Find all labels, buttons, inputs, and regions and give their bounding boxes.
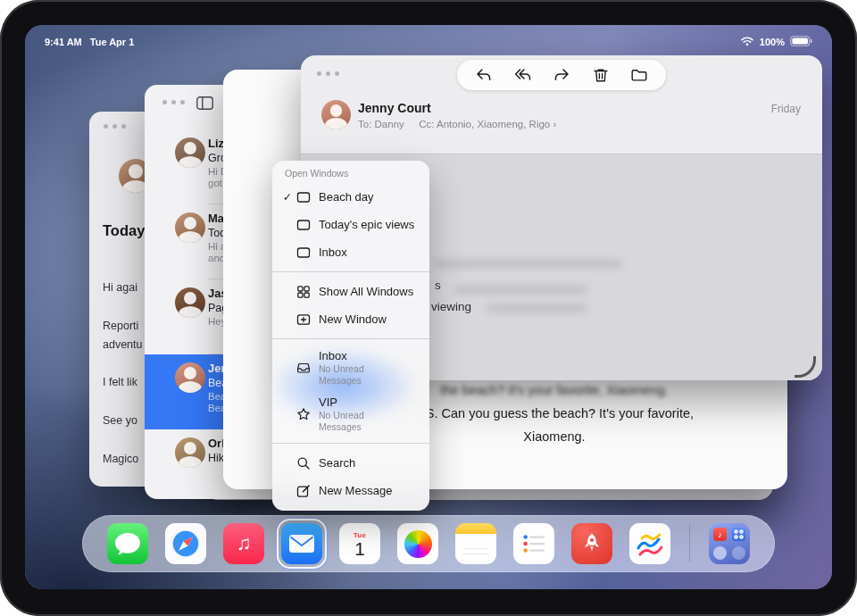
body-line: Reporti <box>103 320 138 332</box>
messages-app-icon[interactable] <box>107 523 148 564</box>
chevron-right-icon: › <box>553 119 556 129</box>
music-app-icon[interactable]: ♫ <box>223 523 264 564</box>
photos-app-icon[interactable] <box>397 523 438 564</box>
menu-item-label: Beach day <box>319 190 373 204</box>
ipad-device: 9:41 AM Tue Apr 1 100% Today Hi agai Rep… <box>0 0 857 616</box>
mini-circle-tile <box>732 546 745 560</box>
avatar <box>175 362 205 393</box>
menu-item-label: Show All Windows <box>319 285 413 298</box>
body-line: See yo <box>103 414 137 427</box>
window-icon <box>295 190 312 204</box>
reply-button[interactable] <box>473 65 495 85</box>
notes-app-icon[interactable] <box>455 523 496 564</box>
mini-music-tile: ♪ <box>713 528 727 541</box>
mail-app-icon[interactable] <box>281 523 322 564</box>
menu-item-label: VIP <box>319 395 397 409</box>
menu-item-label: Inbox <box>319 349 397 362</box>
menu-item-label: Today's epic views <box>319 218 414 231</box>
mini-circle-tile <box>713 546 727 560</box>
compose-icon <box>295 484 312 498</box>
reply-all-button[interactable] <box>512 65 534 85</box>
safari-app-icon[interactable] <box>165 523 206 564</box>
rocket-app-icon[interactable] <box>571 523 612 564</box>
window-controls-icon[interactable] <box>104 124 126 129</box>
menu-item-label: New Window <box>319 312 387 326</box>
wifi-icon <box>740 36 754 48</box>
avatar <box>175 212 205 243</box>
menu-item-new-window[interactable]: New Window <box>272 305 429 333</box>
dock: ♫ Tue 1 ♪ <box>82 515 775 572</box>
status-time: 9:41 AM <box>45 37 82 47</box>
music-note-icon: ♪ <box>718 530 722 539</box>
folder-button[interactable] <box>628 65 650 85</box>
app-library-icon[interactable]: ♪ <box>709 523 750 564</box>
screen: 9:41 AM Tue Apr 1 100% Today Hi agai Rep… <box>25 25 832 589</box>
message-recipients[interactable]: To: Danny Cc: Antonio, Xiaomeng, Rigo › <box>358 119 556 129</box>
avatar <box>175 137 205 168</box>
search-icon <box>295 456 312 470</box>
body-line: Hi agai <box>103 281 137 294</box>
trash-button[interactable] <box>590 65 612 85</box>
status-date: Tue Apr 1 <box>90 37 135 47</box>
forward-button[interactable] <box>551 65 572 85</box>
calendar-day: 1 <box>354 539 365 559</box>
menu-item-mailbox-inbox[interactable]: Inbox No Unread Messages <box>272 345 429 391</box>
to-label: To: <box>358 119 371 129</box>
menu-item-mailbox-vip[interactable]: VIP No Unread Messages <box>272 391 429 437</box>
status-bar: 9:41 AM Tue Apr 1 100% <box>25 34 832 50</box>
menu-separator <box>272 271 429 272</box>
body-line: Magico <box>103 453 138 465</box>
message-date: Friday <box>771 103 801 115</box>
checkmark-icon: ✓ <box>279 190 295 204</box>
avatar <box>175 437 205 468</box>
body-line: adventu <box>103 338 142 351</box>
battery-icon <box>790 36 812 48</box>
menu-item-search[interactable]: Search <box>272 449 429 477</box>
window-icon <box>295 218 312 232</box>
photos-flower-icon <box>404 530 432 558</box>
menu-item-inbox-window[interactable]: Inbox <box>272 238 429 266</box>
body-fragment: viewing <box>431 300 471 313</box>
body-fragment: s <box>435 279 441 292</box>
window-icon <box>295 246 312 260</box>
to-names: Danny <box>375 119 404 129</box>
menu-item-beach-day[interactable]: ✓ Beach day <box>272 183 429 211</box>
menu-header: Open Windows <box>272 161 429 183</box>
cc-names: Antonio, Xiaomeng, Rigo <box>437 119 550 129</box>
menu-item-show-all-windows[interactable]: Show All Windows <box>272 278 429 305</box>
new-window-icon <box>295 312 312 327</box>
menu-item-label: Search <box>319 456 355 470</box>
open-windows-menu: Open Windows ✓ Beach day Today's epic vi… <box>272 161 429 511</box>
scribble-app-icon[interactable] <box>629 523 670 564</box>
body-line: I felt lik <box>103 376 137 388</box>
menu-item-new-message[interactable]: New Message <box>272 477 429 504</box>
window-controls-icon[interactable] <box>317 71 339 76</box>
star-icon <box>295 407 312 421</box>
music-note-icon: ♫ <box>237 532 252 555</box>
dock-divider <box>689 525 690 562</box>
menu-item-label: Inbox <box>319 246 347 259</box>
battery-percent: 100% <box>760 37 785 47</box>
message-toolbar <box>457 60 666 90</box>
menu-item-todays-epic-views[interactable]: Today's epic views <box>272 211 429 238</box>
message-sender: Jenny Court <box>358 101 431 115</box>
menu-separator <box>272 338 429 339</box>
menu-separator <box>272 443 429 444</box>
avatar <box>175 287 205 318</box>
calendar-app-icon[interactable]: Tue 1 <box>339 523 380 564</box>
cc-label: Cc: <box>419 119 434 129</box>
menu-item-sublabel: No Unread Messages <box>319 410 397 433</box>
reminders-app-icon[interactable] <box>513 523 554 564</box>
menu-item-label: New Message <box>319 484 392 497</box>
avatar <box>321 100 351 129</box>
grid-windows-icon <box>295 285 312 299</box>
menu-item-sublabel: No Unread Messages <box>319 363 397 387</box>
mini-grid-tile <box>732 528 745 541</box>
message-title: Today <box>103 222 145 239</box>
inbox-tray-icon <box>295 361 312 375</box>
